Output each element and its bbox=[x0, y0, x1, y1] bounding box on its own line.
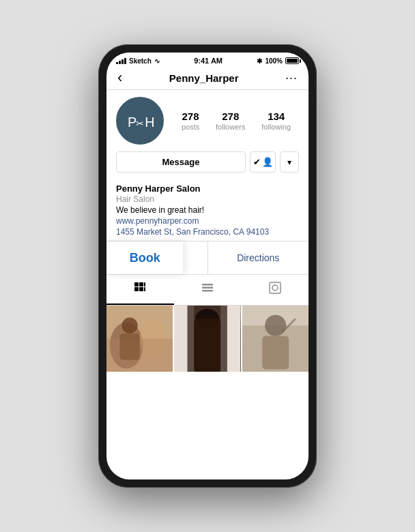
svg-rect-5 bbox=[139, 282, 143, 286]
battery-pct: 100% bbox=[265, 57, 283, 65]
svg-rect-13 bbox=[270, 282, 281, 293]
svg-rect-6 bbox=[144, 282, 145, 286]
tab-list[interactable] bbox=[174, 275, 242, 305]
signal-icon bbox=[116, 57, 126, 64]
svg-text:✂: ✂ bbox=[136, 118, 144, 129]
battery-icon bbox=[285, 57, 299, 64]
action-buttons: Message ✔ 👤 ▾ bbox=[116, 151, 299, 173]
status-bar: Sketch ∿ 9:41 AM ✱ 100% bbox=[106, 53, 309, 66]
dropdown-button[interactable]: ▾ bbox=[280, 151, 299, 173]
carrier-label: Sketch bbox=[129, 57, 152, 65]
status-left: Sketch ∿ bbox=[116, 57, 160, 65]
business-name: Penny Harper Salon bbox=[116, 183, 299, 194]
following-label: following bbox=[261, 123, 291, 131]
svg-rect-10 bbox=[202, 284, 213, 286]
book-popup: Book bbox=[106, 241, 183, 274]
posts-label: posts bbox=[182, 123, 199, 131]
avatar-logo: P ✂ H bbox=[121, 102, 158, 139]
following-count: 134 bbox=[268, 110, 285, 122]
address-link[interactable]: 1455 Market St, San Francisco, CA 94103 bbox=[116, 227, 299, 237]
svg-point-19 bbox=[121, 318, 137, 334]
time-display: 9:41 AM bbox=[194, 57, 223, 65]
contact-actions: Book Call Directions bbox=[106, 241, 309, 275]
followers-label: followers bbox=[216, 123, 245, 131]
message-button[interactable]: Message bbox=[116, 151, 246, 173]
avatar: P ✂ H bbox=[116, 97, 164, 145]
wifi-icon: ∿ bbox=[154, 57, 160, 65]
photo-1[interactable] bbox=[106, 306, 173, 372]
svg-rect-12 bbox=[202, 290, 213, 292]
tagged-icon bbox=[269, 282, 281, 297]
svg-rect-4 bbox=[134, 282, 139, 286]
chevron-down-icon: ▾ bbox=[287, 158, 291, 167]
svg-rect-9 bbox=[144, 287, 145, 291]
tab-bar bbox=[106, 275, 309, 306]
tab-grid[interactable] bbox=[106, 275, 174, 305]
nav-title: Penny_Harper bbox=[169, 72, 239, 84]
svg-rect-20 bbox=[119, 334, 139, 360]
profile-section: P ✂ H 278 posts 278 followers bbox=[106, 90, 309, 183]
phone-frame: Sketch ∿ 9:41 AM ✱ 100% ‹ Penny_Harper ·… bbox=[98, 44, 317, 488]
directions-button[interactable]: Directions bbox=[208, 241, 309, 274]
svg-point-28 bbox=[265, 315, 286, 336]
profile-top: P ✂ H 278 posts 278 followers bbox=[116, 97, 299, 145]
stat-following[interactable]: 134 following bbox=[261, 110, 291, 131]
svg-rect-7 bbox=[134, 287, 139, 291]
more-options-button[interactable]: ··· bbox=[285, 71, 298, 85]
nav-bar: ‹ Penny_Harper ··· bbox=[106, 66, 309, 90]
photo-grid bbox=[106, 306, 309, 479]
stats-row: 278 posts 278 followers 134 following bbox=[173, 110, 299, 131]
stat-followers[interactable]: 278 followers bbox=[216, 110, 245, 131]
svg-rect-29 bbox=[262, 336, 289, 370]
bio-description: We believe in great hair! bbox=[116, 205, 299, 215]
stat-posts: 278 posts bbox=[182, 110, 199, 131]
svg-rect-11 bbox=[202, 287, 213, 289]
bio-section: Penny Harper Salon Hair Salon We believe… bbox=[106, 183, 309, 241]
back-button[interactable]: ‹ bbox=[117, 70, 122, 85]
followers-count: 278 bbox=[222, 110, 239, 122]
svg-text:H: H bbox=[145, 115, 154, 130]
phone-screen: Sketch ∿ 9:41 AM ✱ 100% ‹ Penny_Harper ·… bbox=[106, 53, 309, 479]
svg-point-14 bbox=[272, 285, 278, 291]
photo-2[interactable] bbox=[174, 306, 240, 372]
svg-rect-25 bbox=[195, 319, 221, 372]
photo-3[interactable] bbox=[242, 306, 309, 372]
tab-tagged[interactable] bbox=[241, 275, 309, 305]
follow-button[interactable]: ✔ 👤 bbox=[250, 151, 276, 173]
bluetooth-icon: ✱ bbox=[257, 57, 262, 65]
grid-icon bbox=[134, 282, 146, 297]
list-icon bbox=[201, 283, 214, 295]
svg-rect-8 bbox=[139, 287, 143, 291]
follow-checkmark-icon: ✔ bbox=[253, 157, 261, 167]
status-right: ✱ 100% bbox=[257, 57, 299, 65]
posts-count: 278 bbox=[182, 110, 199, 122]
website-link[interactable]: www.pennyharper.com bbox=[116, 216, 299, 226]
person-icon: 👤 bbox=[262, 157, 273, 167]
book-button[interactable]: Book bbox=[130, 251, 160, 265]
business-category: Hair Salon bbox=[116, 194, 299, 204]
